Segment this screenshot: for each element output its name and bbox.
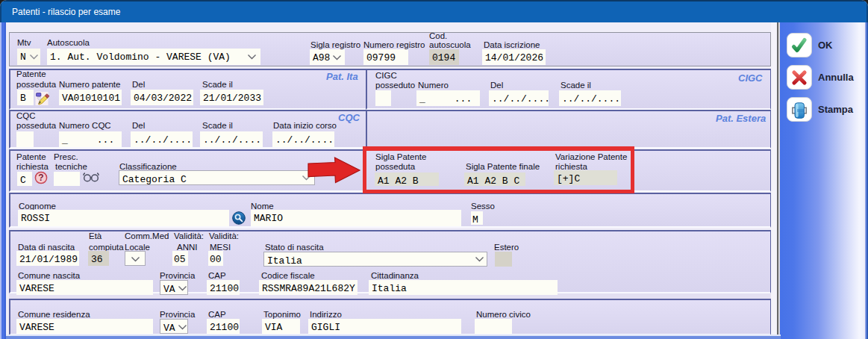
svg-text:?: ?	[38, 172, 43, 183]
